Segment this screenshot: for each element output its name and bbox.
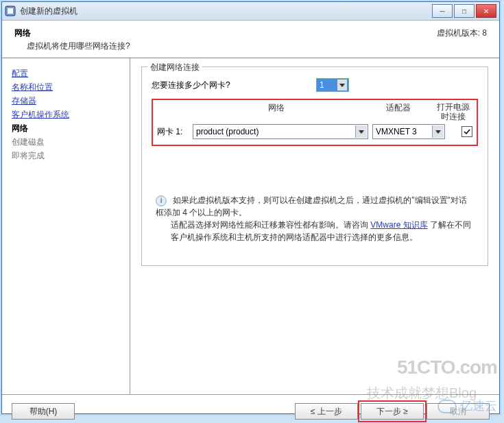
main-panel: 创建网络连接 您要连接多少个网卡? 1 网络 适配器 打开电源时连接	[130, 58, 499, 394]
help-button[interactable]: 帮助(H)	[12, 403, 75, 420]
chevron-down-icon	[432, 125, 444, 138]
sidebar-item-create-disk: 创建磁盘	[12, 135, 120, 149]
nic-1-adapter-value: VMXNET 3	[376, 127, 417, 136]
fieldset-legend: 创建网络连接	[147, 62, 202, 73]
close-button[interactable]: ✕	[476, 4, 496, 18]
nic-count-value: 1	[320, 80, 324, 90]
info-icon: i	[156, 195, 167, 206]
wizard-window: 创建新的虚拟机 ─ □ ✕ 网络 虚拟机将使用哪些网络连接? 虚拟机版本: 8 …	[1, 1, 500, 414]
wizard-footer: 帮助(H) ≤ 上一步 下一步 ≥ 取消	[2, 394, 499, 423]
nic-config-highlight: 网络 适配器 打开电源时连接 网卡 1: product (product) V…	[152, 99, 478, 146]
maximize-button[interactable]: □	[454, 4, 475, 18]
column-header-adapter: 适配器	[363, 102, 434, 121]
check-icon	[464, 128, 470, 135]
window-title: 创建新的虚拟机	[20, 5, 432, 17]
info-text-1: 如果此虚拟机版本支持，则可以在创建虚拟机之后，通过虚拟机的"编辑设置"对话框添加…	[156, 195, 467, 217]
nic-1-adapter-select[interactable]: VMXNET 3	[372, 124, 445, 139]
column-header-connect-at-power: 打开电源时连接	[434, 102, 472, 121]
wizard-header: 网络 虚拟机将使用哪些网络连接? 虚拟机版本: 8	[2, 21, 499, 53]
page-title: 网络	[14, 27, 437, 39]
minimize-button[interactable]: ─	[432, 4, 453, 18]
titlebar: 创建新的虚拟机 ─ □ ✕	[2, 2, 499, 21]
nic-count-select[interactable]: 1	[316, 78, 349, 92]
info-text: i 如果此虚拟机版本支持，则可以在创建虚拟机之后，通过虚拟机的"编辑设置"对话框…	[152, 194, 478, 243]
next-highlight: 下一步 ≥	[358, 400, 427, 422]
vm-version-label: 虚拟机版本: 8	[437, 27, 487, 52]
chevron-down-icon	[355, 125, 367, 138]
chevron-down-icon	[337, 80, 347, 90]
svg-rect-1	[8, 8, 13, 14]
app-icon	[5, 5, 16, 16]
sidebar-item-storage[interactable]: 存储器	[12, 94, 120, 108]
sidebar-item-guest-os[interactable]: 客户机操作系统	[12, 108, 120, 121]
network-fieldset: 创建网络连接 您要连接多少个网卡? 1 网络 适配器 打开电源时连接	[141, 67, 488, 266]
sidebar-item-ready-complete: 即将完成	[12, 149, 120, 162]
nic-row-1: 网卡 1: product (product) VMXNET 3	[157, 124, 472, 139]
nic-1-label: 网卡 1:	[157, 126, 189, 138]
next-button[interactable]: 下一步 ≥	[361, 403, 424, 420]
info-text-2a: 适配器选择对网络性能和迁移兼容性都有影响。请咨询	[171, 220, 370, 230]
wizard-steps-sidebar: 配置 名称和位置 存储器 客户机操作系统 网络 创建磁盘 即将完成	[2, 58, 130, 394]
back-button[interactable]: ≤ 上一步	[295, 403, 358, 420]
column-header-network: 网络	[190, 102, 363, 121]
kb-link[interactable]: VMware 知识库	[370, 220, 427, 230]
nic-count-label: 您要连接多少个网卡?	[152, 80, 316, 91]
nic-1-connect-checkbox[interactable]	[461, 126, 472, 137]
sidebar-item-network: 网络	[12, 121, 120, 135]
nic-1-network-select[interactable]: product (product)	[193, 124, 368, 139]
cancel-button[interactable]: 取消	[427, 403, 490, 420]
page-subtitle: 虚拟机将使用哪些网络连接?	[27, 40, 437, 52]
sidebar-item-config[interactable]: 配置	[12, 67, 120, 80]
nic-1-network-value: product (product)	[196, 127, 259, 136]
sidebar-item-name-location[interactable]: 名称和位置	[12, 80, 120, 94]
